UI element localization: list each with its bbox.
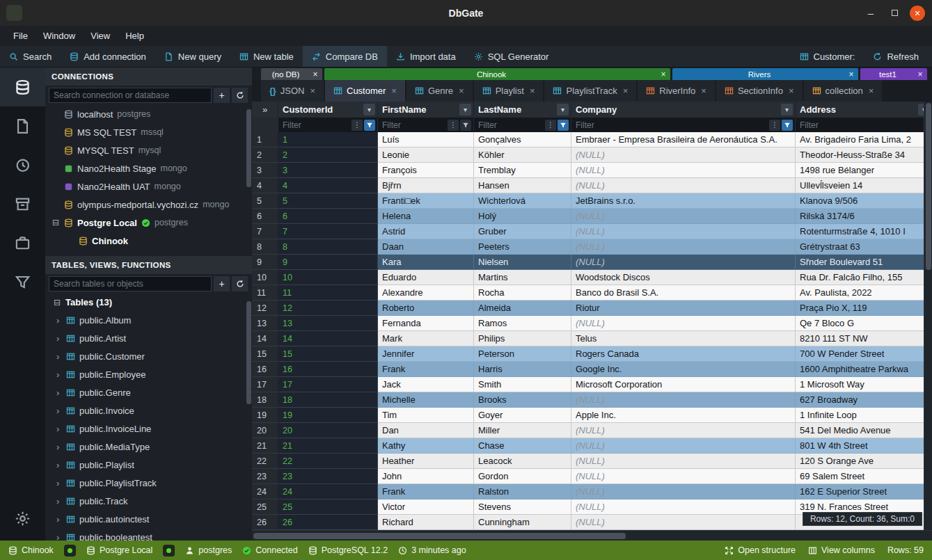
filter-funnel-icon[interactable]	[364, 120, 375, 131]
scrollbar-thumb[interactable]	[253, 533, 626, 539]
cell-address[interactable]: Praça Pio X, 119	[796, 301, 932, 316]
filter-funnel-icon[interactable]	[460, 120, 471, 131]
table-item[interactable]: › public.InvoiceLine	[45, 419, 252, 438]
connection-item[interactable]: Chinook	[45, 232, 252, 250]
statusbar-item[interactable]: Open structure	[725, 545, 796, 555]
table-row[interactable]: 23 23 John Gordon (NULL) 69 Salem Street	[252, 469, 932, 484]
table-row[interactable]: 10 10 Eduardo Martins Woodstock Discos R…	[252, 270, 932, 285]
cell-lastname[interactable]: Holý	[474, 209, 571, 224]
statusbar-item[interactable]: 3 minutes ago	[398, 545, 466, 555]
cell-lastname[interactable]: Harris	[474, 362, 571, 377]
cell-firstname[interactable]: Eduardo	[378, 270, 474, 285]
row-number[interactable]: 20	[252, 423, 278, 438]
cell-firstname[interactable]: Roberto	[378, 301, 474, 316]
row-number[interactable]: 1	[252, 132, 278, 147]
cell-firstname[interactable]: Leonie	[378, 147, 474, 163]
table-row[interactable]: 11 11 Alexandre Rocha Banco do Brasil S.…	[252, 285, 932, 301]
cell-address[interactable]: 541 Del Medio Avenue	[796, 423, 932, 438]
cell-company[interactable]: (NULL)	[571, 469, 796, 484]
chevron-right-icon[interactable]: ›	[56, 351, 62, 362]
cell-address[interactable]: Theodor-Heuss-Straße 34	[796, 147, 932, 163]
cell-customerid[interactable]: 16	[278, 362, 378, 377]
row-number[interactable]: 5	[252, 193, 278, 209]
statusbar-item[interactable]: PostgreSQL 12.2	[308, 545, 388, 555]
cell-customerid[interactable]: 18	[278, 392, 378, 408]
cell-firstname[interactable]: Mark	[378, 331, 474, 346]
chevron-right-icon[interactable]: ›	[56, 424, 62, 434]
cell-lastname[interactable]: Peterson	[474, 346, 571, 362]
cell-customerid[interactable]: 1	[278, 132, 378, 147]
cell-firstname[interactable]: John	[378, 469, 474, 484]
table-row[interactable]: 24 24 Frank Ralston (NULL) 162 E Superio…	[252, 484, 932, 499]
connection-item[interactable]: localhost postgres	[45, 105, 252, 123]
cell-lastname[interactable]: Chase	[474, 438, 571, 454]
table-row[interactable]: 5 5 Franti□ek Wichterlová JetBrains s.r.…	[252, 193, 932, 209]
connection-item[interactable]: MYSQL TEST mysql	[45, 141, 252, 159]
cell-lastname[interactable]: Gonçalves	[474, 132, 571, 147]
cell-lastname[interactable]: Hansen	[474, 178, 571, 193]
toolbar-button[interactable]: SQL Generator	[465, 46, 558, 67]
statusbar-item[interactable]: postgres	[185, 545, 232, 555]
table-row[interactable]: 7 7 Astrid Gruber (NULL) Rotenturmstraße…	[252, 224, 932, 239]
sidebar-icon-filter[interactable]	[0, 262, 45, 301]
cell-company[interactable]: Apple Inc.	[571, 408, 796, 423]
cell-firstname[interactable]: Frank	[378, 484, 474, 499]
table-item[interactable]: › public.Employee	[45, 365, 252, 383]
cell-address[interactable]: 627 Broadway	[796, 392, 932, 408]
row-number[interactable]: 26	[252, 515, 278, 530]
cell-company[interactable]: (NULL)	[571, 392, 796, 408]
database-group-tab[interactable]: Rivers ×	[672, 68, 858, 80]
cell-customerid[interactable]: 20	[278, 423, 378, 438]
close-icon[interactable]: ×	[701, 86, 706, 96]
statusbar-item[interactable]	[163, 545, 175, 557]
cell-firstname[interactable]: Bjřrn	[378, 178, 474, 193]
cell-company[interactable]: Banco do Brasil S.A.	[571, 285, 796, 301]
toolbar-button[interactable]: Customer:	[791, 46, 864, 67]
toolbar-button[interactable]: New table	[230, 46, 303, 67]
chevron-right-icon[interactable]: ›	[56, 333, 62, 344]
row-number[interactable]: 14	[252, 331, 278, 346]
sidebar-icon-plugins[interactable]	[0, 223, 45, 262]
cell-company[interactable]: (NULL)	[571, 423, 796, 438]
statusbar-item[interactable]: Rows: 59	[887, 545, 924, 555]
cell-company[interactable]: JetBrains s.r.o.	[571, 193, 796, 209]
sidebar-icon-history[interactable]	[0, 145, 45, 184]
cell-firstname[interactable]: Kathy	[378, 438, 474, 454]
close-icon[interactable]: ×	[530, 86, 535, 96]
database-group-tab[interactable]: test1 ×	[860, 68, 927, 80]
cell-lastname[interactable]: Stevens	[474, 499, 571, 515]
cell-address[interactable]: Sřnder Boulevard 51	[796, 255, 932, 270]
cell-firstname[interactable]: Frank	[378, 362, 474, 377]
table-row[interactable]: 13 13 Fernanda Ramos (NULL) Qe 7 Bloco G	[252, 316, 932, 331]
chevron-right-icon[interactable]: ›	[56, 369, 62, 380]
cell-lastname[interactable]: Miller	[474, 423, 571, 438]
chevron-right-icon[interactable]: ›	[56, 532, 62, 541]
refresh-tables-button[interactable]	[232, 276, 248, 291]
cell-customerid[interactable]: 4	[278, 178, 378, 193]
cell-customerid[interactable]: 7	[278, 224, 378, 239]
statusbar-item[interactable]	[64, 545, 76, 557]
close-icon[interactable]: ×	[310, 86, 315, 96]
table-row[interactable]: 9 9 Kara Nielsen (NULL) Sřnder Boulevard…	[252, 255, 932, 270]
cell-address[interactable]: Klanova 9/506	[796, 193, 932, 209]
chevron-right-icon[interactable]: ›	[56, 460, 62, 470]
column-header[interactable]: FirstName ▾	[378, 102, 474, 118]
chevron-right-icon[interactable]: ›	[56, 406, 62, 416]
close-icon[interactable]: ×	[310, 70, 320, 79]
menu-item[interactable]: Help	[118, 28, 152, 44]
cell-company[interactable]: Embraer - Empresa Brasileira de Aeronáut…	[571, 132, 796, 147]
chevron-right-icon[interactable]: ›	[56, 514, 62, 525]
close-icon[interactable]: ×	[789, 86, 794, 96]
settings-icon[interactable]	[0, 499, 45, 538]
cell-customerid[interactable]: 9	[278, 255, 378, 270]
cell-firstname[interactable]: Helena	[378, 209, 474, 224]
table-row[interactable]: 8 8 Daan Peeters (NULL) Grétrystraat 63	[252, 239, 932, 255]
panel-scrollbar[interactable]	[246, 109, 251, 187]
cell-address[interactable]: Av. Brigadeiro Faria Lima, 2	[796, 132, 932, 147]
cell-company[interactable]: (NULL)	[571, 239, 796, 255]
statusbar-item[interactable]: Chinook	[8, 545, 54, 555]
row-number[interactable]: 8	[252, 239, 278, 255]
add-connection-button[interactable]: +	[214, 88, 230, 103]
cell-address[interactable]: 162 E Superior Street	[796, 484, 932, 499]
cell-customerid[interactable]: 22	[278, 454, 378, 469]
